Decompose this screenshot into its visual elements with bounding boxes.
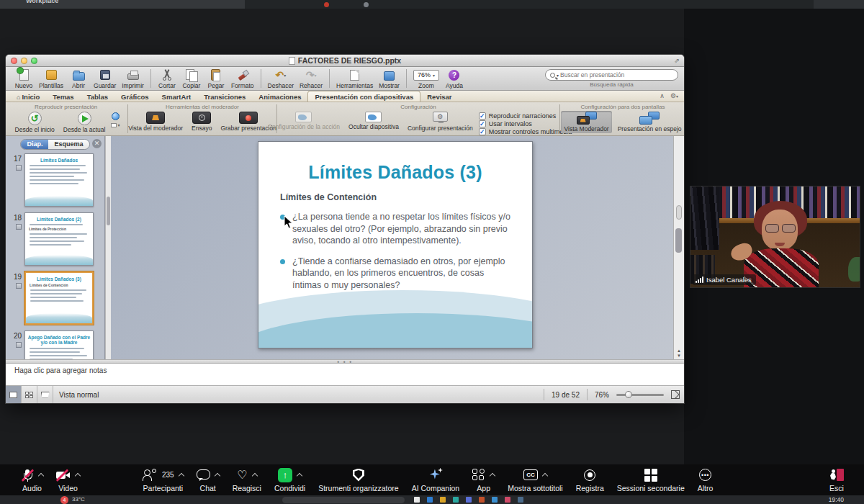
- share-screen-button[interactable]: ↑ Condividi: [274, 468, 305, 492]
- fit-slide-icon[interactable]: [671, 390, 680, 399]
- chevron-up-icon[interactable]: [490, 473, 495, 479]
- redo-button[interactable]: ↷▾ Rehacer: [300, 68, 323, 89]
- rehearse-button[interactable]: Ensayo: [189, 111, 215, 132]
- slide-thumbnail-18[interactable]: Límites Dañados (2) Límites de Protecció…: [24, 212, 94, 266]
- list-item[interactable]: 18 Límites Dañados (2) Límites de Protec…: [6, 212, 104, 266]
- slide-sorter-button[interactable]: [22, 386, 37, 403]
- chevron-up-icon[interactable]: [251, 473, 257, 479]
- close-window-button[interactable]: [11, 58, 17, 64]
- close-icon[interactable]: ✕: [92, 139, 102, 148]
- notification-badge[interactable]: 4: [60, 496, 68, 504]
- slide-thumbnail-19-selected[interactable]: Límites Dañados (3) Límites de Contenció…: [24, 271, 94, 325]
- previous-slide-button[interactable]: ▲: [677, 348, 681, 353]
- tab-presentacion[interactable]: Presentación con diapositivas: [307, 91, 420, 102]
- titlebar[interactable]: FACTORES DE RIESGO.pptx ⇗: [6, 55, 684, 67]
- zoom-slider-knob[interactable]: [625, 391, 632, 398]
- apps-button[interactable]: App: [472, 468, 495, 492]
- open-button[interactable]: Abrir: [69, 68, 88, 89]
- checkbox-show-media-controls[interactable]: ✓ Mostrar controles multimedia: [479, 128, 572, 135]
- setup-show-button[interactable]: ⚙ Configurar presentación: [405, 111, 476, 132]
- custom-show-icon[interactable]: ▾: [111, 122, 120, 127]
- slide-thumbnail-20[interactable]: Apego Dañado con el Padre y/o con la Mad…: [24, 330, 94, 359]
- ai-companion-button[interactable]: AI Companion: [412, 468, 460, 492]
- tab-tablas[interactable]: Tablas: [81, 91, 114, 102]
- tab-transiciones[interactable]: Transiciones: [197, 91, 252, 102]
- list-item[interactable]: 17 Límites Dañados: [6, 153, 104, 207]
- from-start-button[interactable]: ↺ Desde el inicio: [12, 111, 58, 134]
- tab-temas[interactable]: Temas: [46, 91, 80, 102]
- weather-temp[interactable]: 33°C: [72, 496, 85, 503]
- help-button[interactable]: ? Ayuda: [445, 68, 464, 89]
- save-button[interactable]: Guardar: [94, 68, 116, 89]
- taskbar-search[interactable]: [282, 497, 405, 503]
- chevron-up-icon[interactable]: [542, 473, 548, 479]
- checkbox-use-timings[interactable]: ✓ Usar intervalos: [479, 120, 572, 127]
- taskbar-app-icons[interactable]: [414, 497, 523, 503]
- undo-button[interactable]: ↶▾ Deshacer: [268, 68, 294, 89]
- browser-tab-active[interactable]: Workplace: [0, 0, 245, 9]
- chevron-up-icon[interactable]: [75, 473, 81, 479]
- host-tools-button[interactable]: Strumenti organizzatore: [318, 468, 398, 492]
- webcam-video[interactable]: Isabel Canales: [690, 186, 860, 288]
- notes-pane[interactable]: Haga clic para agregar notas: [6, 364, 684, 386]
- slide-thumbnail-17[interactable]: Límites Dañados: [24, 153, 94, 207]
- minimize-window-button[interactable]: [21, 58, 27, 64]
- copy-button[interactable]: Copiar: [182, 68, 201, 89]
- zoom-window-button[interactable]: [31, 58, 37, 64]
- chevron-up-icon[interactable]: [297, 473, 302, 479]
- list-item[interactable]: 20 Apego Dañado con el Padre y/o con la …: [6, 330, 104, 359]
- templates-button[interactable]: Plantillas: [39, 68, 63, 89]
- video-button[interactable]: Video: [56, 468, 80, 492]
- cut-button[interactable]: Cortar: [158, 68, 176, 89]
- tab-inicio[interactable]: ⌂Inicio: [10, 91, 46, 102]
- tab-revisar[interactable]: Revisar: [420, 91, 458, 102]
- paste-button[interactable]: Pegar: [207, 68, 225, 89]
- chevron-up-icon[interactable]: [38, 473, 44, 479]
- toolbox-button[interactable]: Herramientas: [336, 68, 373, 89]
- checkbox-play-narrations[interactable]: ✓ Reproducir narraciones: [479, 112, 572, 120]
- zoom-control[interactable]: 76%▾ Zoom: [413, 68, 439, 89]
- from-current-button[interactable]: Desde la actual: [60, 111, 109, 134]
- audio-button[interactable]: Audio: [21, 468, 43, 492]
- slideshow-view-button[interactable]: [37, 386, 53, 403]
- print-button[interactable]: Imprimir: [122, 68, 144, 89]
- list-item[interactable]: 19 Límites Dañados (3) Límites de Conten…: [6, 271, 104, 325]
- normal-view-button[interactable]: [6, 386, 22, 403]
- scrollbar-thumb[interactable]: [675, 228, 682, 253]
- broadcast-icon[interactable]: [112, 112, 120, 120]
- resize-icon[interactable]: ⇗: [674, 57, 680, 64]
- captions-button[interactable]: CC Mostra sottotitoli: [508, 468, 562, 492]
- editor-scrollbar[interactable]: ▲ ▼: [673, 136, 684, 359]
- breakout-rooms-button[interactable]: Sessioni secondarie: [617, 468, 685, 492]
- format-button[interactable]: Formato: [231, 68, 254, 89]
- tab-outline[interactable]: Esquema: [48, 140, 89, 149]
- search-input[interactable]: [560, 71, 673, 78]
- chevron-up-icon[interactable]: [214, 473, 220, 479]
- new-button[interactable]: Nuevo: [14, 68, 33, 89]
- zoom-slider[interactable]: [616, 394, 664, 396]
- more-button[interactable]: ••• Altro: [698, 468, 714, 492]
- browser-tab[interactable]: [814, 0, 864, 9]
- reactions-button[interactable]: ♡ Reagisci: [233, 468, 261, 492]
- sidebar-scrollbar[interactable]: [105, 136, 111, 359]
- tab-graficos[interactable]: Gráficos: [114, 91, 156, 102]
- slide-canvas[interactable]: Límites Dañados (3) Límites de Contenció…: [258, 141, 533, 348]
- leave-button[interactable]: Esci: [829, 468, 844, 492]
- tab-animaciones[interactable]: Animaciones: [252, 91, 307, 102]
- collapse-ribbon-icon[interactable]: ∧: [660, 92, 665, 99]
- slide-number: 20: [6, 332, 22, 340]
- browser-favicon: [324, 2, 329, 7]
- chat-button[interactable]: Chat: [197, 468, 220, 492]
- gear-icon[interactable]: ⚙▾: [670, 92, 678, 99]
- record-button[interactable]: Registra: [576, 468, 604, 492]
- tab-slides[interactable]: Diap.: [21, 140, 48, 149]
- presenter-mode-button[interactable]: Vista Moderador: [561, 111, 611, 133]
- chevron-up-icon[interactable]: [178, 473, 184, 479]
- hide-slide-button[interactable]: Ocultar diapositiva: [346, 111, 402, 131]
- tab-smartart[interactable]: SmartArt: [156, 91, 198, 102]
- media-browser-button[interactable]: Mostrar: [379, 68, 400, 89]
- next-slide-button[interactable]: ▼: [677, 354, 681, 358]
- presenter-view-button[interactable]: Vista del moderador: [125, 111, 186, 132]
- participants-button[interactable]: 235 Partecipanti: [143, 468, 184, 492]
- mirror-show-button[interactable]: Presentación en espejo: [615, 111, 685, 133]
